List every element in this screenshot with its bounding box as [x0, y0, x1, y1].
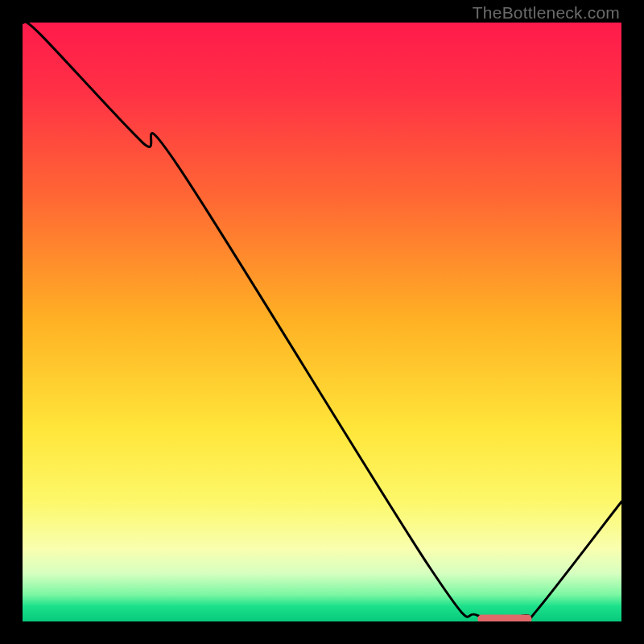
- watermark-text: TheBottleneck.com: [473, 3, 620, 23]
- highlight-marker: [477, 615, 531, 621]
- chart-svg: [23, 23, 621, 621]
- chart-frame: [23, 23, 621, 621]
